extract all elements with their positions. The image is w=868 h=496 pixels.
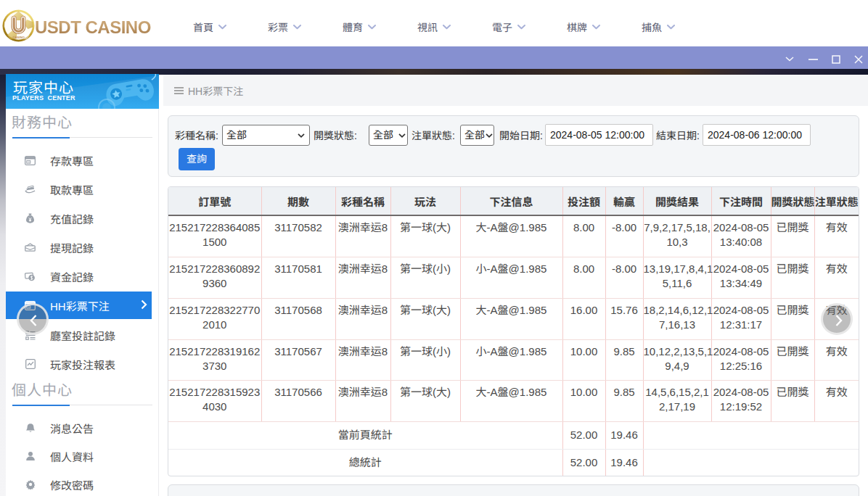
svg-text:CASINO: CASINO — [12, 36, 25, 39]
